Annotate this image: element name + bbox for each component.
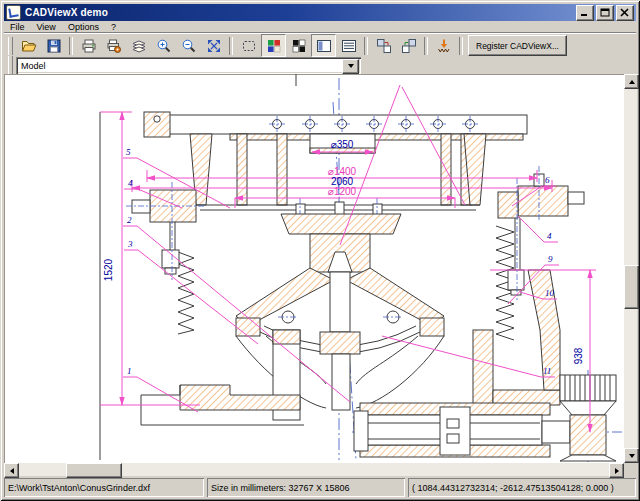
close-icon xyxy=(620,8,630,17)
print-button[interactable] xyxy=(76,34,101,57)
menu-file[interactable]: File xyxy=(4,22,31,32)
callout-4-right: 4 xyxy=(547,231,552,241)
dimension-1520: 1520 xyxy=(103,258,114,281)
menu-help[interactable]: ? xyxy=(105,22,122,32)
arrow-left-icon xyxy=(10,468,14,474)
callout-6: 6 xyxy=(545,175,550,185)
color-palette-icon xyxy=(266,38,282,54)
callout-3: 3 xyxy=(127,239,133,249)
zoom-out-icon xyxy=(181,38,197,54)
toolbar-grip xyxy=(8,37,13,55)
folder-open-icon xyxy=(21,38,37,54)
cad-drawing: ⌀350 ⌀1400 2060 ⌀1200 1520 938 5 4 2 3 1… xyxy=(4,74,624,463)
combobox-dropdown-button[interactable] xyxy=(342,59,359,74)
list-lines-icon xyxy=(341,38,357,54)
copy-image-button[interactable] xyxy=(371,34,396,57)
title-bar: CADViewX demo xyxy=(4,4,636,21)
black-white-button[interactable] xyxy=(286,34,311,57)
vertical-scrollbar[interactable] xyxy=(624,74,637,463)
layout-combobox-value: Model xyxy=(21,61,46,71)
zoom-in-button[interactable] xyxy=(151,34,176,57)
arrow-down-icon xyxy=(629,454,635,458)
app-icon xyxy=(6,5,21,20)
status-file-path: E:\Work\TstAnton\ConusGrinder.dxf xyxy=(4,478,204,497)
printer-icon xyxy=(81,38,97,54)
layers-icon xyxy=(131,38,147,54)
panel-view-icon xyxy=(316,38,332,54)
dimension-350: ⌀350 xyxy=(331,139,354,150)
toolbar-separator xyxy=(229,37,233,55)
fit-to-window-button[interactable] xyxy=(201,34,226,57)
callout-2: 2 xyxy=(127,215,132,225)
arrow-up-icon xyxy=(629,80,635,84)
select-region-button[interactable] xyxy=(236,34,261,57)
outline-view-button[interactable] xyxy=(336,34,361,57)
chevron-down-icon xyxy=(348,64,354,68)
scroll-right-button[interactable] xyxy=(609,463,624,478)
register-button[interactable]: Register CADViewX... xyxy=(468,35,567,56)
layers-button[interactable] xyxy=(126,34,151,57)
copy-image-icon xyxy=(376,38,392,54)
toolbar-separator xyxy=(424,37,428,55)
horizontal-scrollbar[interactable] xyxy=(4,463,624,476)
layout-selector-row: Model xyxy=(4,56,636,74)
callout-1: 1 xyxy=(127,366,132,376)
web-download-icon xyxy=(436,38,452,54)
copy-structure-icon xyxy=(401,38,417,54)
callout-10: 10 xyxy=(545,288,555,298)
status-bar: E:\Work\TstAnton\ConusGrinder.dxf Size i… xyxy=(4,478,636,497)
horizontal-scroll-thumb[interactable] xyxy=(66,463,122,478)
zoom-in-icon xyxy=(156,38,172,54)
callout-5: 5 xyxy=(126,147,131,157)
panel-view-button[interactable] xyxy=(311,34,336,57)
open-button[interactable] xyxy=(16,34,41,57)
floppy-disk-icon xyxy=(46,38,62,54)
arrow-right-icon xyxy=(615,468,619,474)
selection-marquee-icon xyxy=(241,38,257,54)
callout-4-left: 4 xyxy=(128,178,133,188)
menu-view[interactable]: View xyxy=(31,22,62,32)
combo-row-grip xyxy=(8,56,13,74)
scroll-down-button[interactable] xyxy=(624,448,639,463)
close-button[interactable] xyxy=(616,5,634,21)
zoom-out-button[interactable] xyxy=(176,34,201,57)
scroll-up-button[interactable] xyxy=(624,74,639,89)
toolbar-separator xyxy=(69,37,73,55)
dimension-1200: ⌀1200 xyxy=(328,186,357,197)
minimize-icon xyxy=(580,8,590,17)
print-setup-button[interactable] xyxy=(101,34,126,57)
status-coordinates: ( 1084.44312732314; -2612.47513504128; 0… xyxy=(408,478,636,497)
toolbar-separator xyxy=(459,37,463,55)
status-size-info: Size in millimeters: 32767 X 15806 xyxy=(207,478,405,497)
scroll-left-button[interactable] xyxy=(4,463,19,478)
toolbar-separator xyxy=(364,37,368,55)
drawing-canvas[interactable]: ⌀350 ⌀1400 2060 ⌀1200 1520 938 5 4 2 3 1… xyxy=(4,74,624,463)
maximize-button[interactable] xyxy=(596,5,614,21)
copy-structure-button[interactable] xyxy=(396,34,421,57)
colors-button[interactable] xyxy=(261,34,286,57)
window-title: CADViewX demo xyxy=(25,7,574,18)
fit-to-window-icon xyxy=(206,38,222,54)
black-white-icon xyxy=(291,38,307,54)
dimension-938: 938 xyxy=(573,347,584,364)
save-button[interactable] xyxy=(41,34,66,57)
app-window: CADViewX demo File View Options ? xyxy=(0,0,640,501)
callout-11: 11 xyxy=(543,366,551,376)
layout-combobox[interactable]: Model xyxy=(16,57,361,74)
printer-settings-icon xyxy=(106,38,122,54)
menu-bar: File View Options ? xyxy=(4,21,636,33)
minimize-button[interactable] xyxy=(576,5,594,21)
machine-outline xyxy=(126,112,616,461)
vertical-scroll-thumb[interactable] xyxy=(624,265,639,309)
scrollbar-corner xyxy=(624,463,637,476)
maximize-icon xyxy=(600,8,610,17)
callout-9: 9 xyxy=(548,254,553,264)
toolbar: Register CADViewX... xyxy=(4,33,636,57)
web-update-button[interactable] xyxy=(431,34,456,57)
menu-options[interactable]: Options xyxy=(62,22,105,32)
